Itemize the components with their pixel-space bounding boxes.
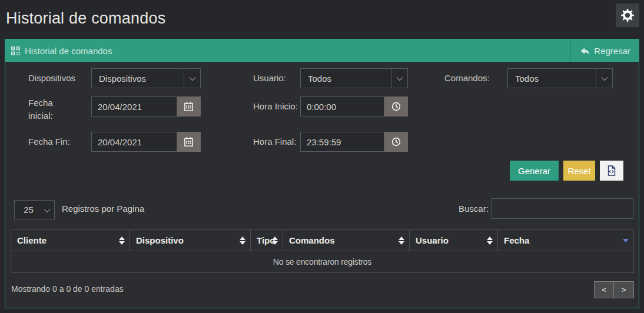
calendar-icon [184,102,193,111]
reply-arrow-icon [580,46,590,55]
end-time-clock-button[interactable] [384,132,408,152]
search-label: Buscar: [459,204,489,214]
gear-icon [620,8,635,23]
column-header-fecha[interactable]: Fecha [498,230,634,251]
sort-desc-icon [623,239,629,242]
end-time-label: Hora Final: [253,135,296,148]
next-page-button[interactable]: > [614,281,634,298]
user-label: Usuario: [253,72,286,85]
topbar: Historial de comandos [0,0,644,39]
clock-icon [391,137,401,146]
start-time-input[interactable] [300,96,384,116]
empty-row: No se encontraron registros [11,251,634,273]
qrcode-icon [11,46,20,55]
chevron-down-icon [391,69,407,88]
sort-icon [272,237,278,245]
start-time-label: Hora Inicio: [253,100,298,113]
end-time-input[interactable] [300,132,384,152]
file-export-icon [607,165,616,176]
start-date-calendar-button[interactable] [177,96,201,116]
table-header-row: Cliente Dispositivo Tipo Comandos [11,230,634,251]
column-label: Fecha [504,235,529,245]
history-panel: Historial de comandos Regresar Dispositi… [5,39,639,308]
devices-label: Dispositivos [28,72,75,85]
devices-select[interactable]: Dispositivos [91,68,201,88]
page-size-select[interactable]: 25 [14,200,55,219]
user-select[interactable]: Todos [300,68,408,88]
column-label: Cliente [17,235,47,245]
commands-select-value: Todos [508,74,596,84]
prev-page-button[interactable]: < [594,281,614,298]
end-date-group [91,132,201,152]
start-time-clock-button[interactable] [384,96,408,116]
pagination: < > [594,281,634,298]
end-time-group [300,132,408,152]
panel-body: Dispositivos Dispositivos Usuario: Todos… [5,62,639,308]
end-date-input[interactable] [91,132,177,152]
search-input[interactable] [492,198,633,219]
column-label: Comandos [289,235,335,245]
column-header-tipo[interactable]: Tipo [251,230,283,251]
start-date-group [91,96,201,116]
showing-entries-text: Mostrando 0 a 0 de 0 entradas [11,284,124,294]
clock-icon [391,102,401,111]
end-date-calendar-button[interactable] [177,132,201,152]
export-button[interactable] [600,161,623,181]
empty-message: No se encontraron registros [11,251,634,273]
reset-button[interactable]: Reset [563,161,595,181]
column-header-cliente[interactable]: Cliente [11,230,130,251]
page-title: Historial de comandos [6,9,165,28]
sort-icon [240,237,245,245]
column-label: Dispositivo [136,235,184,245]
sort-icon [487,237,493,245]
column-header-dispositivo[interactable]: Dispositivo [130,230,251,251]
start-date-label: Fecha inicial: [28,96,75,122]
panel-title: Historial de comandos [25,46,112,56]
user-select-value: Todos [301,74,391,84]
header-divider [570,40,570,61]
chevron-down-icon [596,69,612,88]
column-header-usuario[interactable]: Usuario [410,230,498,251]
results-table: Cliente Dispositivo Tipo Comandos [11,229,634,273]
start-date-input[interactable] [91,96,177,116]
chevron-down-icon [40,201,54,219]
back-label: Regresar [594,46,630,56]
page-size-value: 25 [15,205,40,215]
start-time-group [300,96,408,116]
sort-icon [399,237,404,245]
commands-select[interactable]: Todos [507,68,613,88]
page-size-label: Registros por Pagina [62,204,144,214]
panel-header: Historial de comandos Regresar [5,39,639,62]
column-label: Usuario [416,235,449,245]
calendar-icon [184,137,193,146]
back-button[interactable]: Regresar [580,46,630,56]
devices-select-value: Dispositivos [92,74,184,84]
settings-button[interactable] [616,4,639,27]
chevron-down-icon [184,69,200,88]
commands-label: Comandos: [444,72,490,85]
column-header-comandos[interactable]: Comandos [283,230,410,251]
generate-button[interactable]: Generar [510,161,559,181]
end-date-label: Fecha Fin: [28,135,70,148]
sort-icon [119,237,125,245]
